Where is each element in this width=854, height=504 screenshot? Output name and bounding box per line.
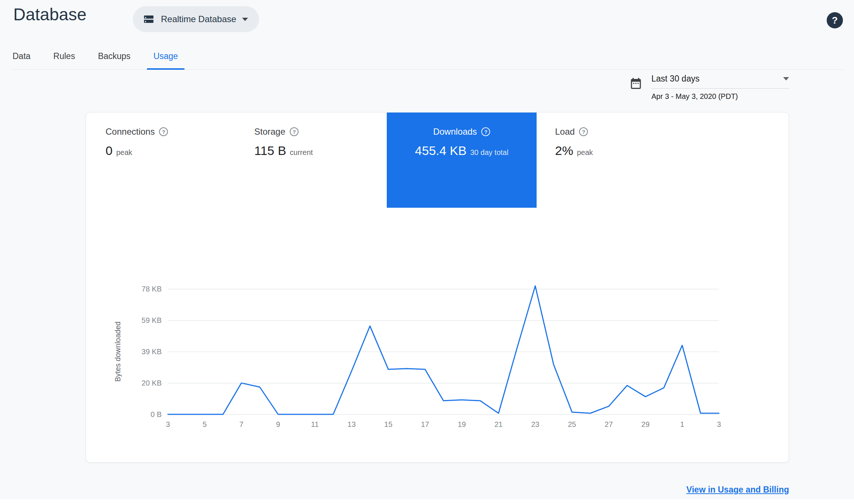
svg-text:15: 15: [384, 420, 392, 428]
svg-text:13: 13: [348, 420, 356, 428]
svg-text:7: 7: [240, 420, 244, 428]
svg-text:27: 27: [605, 420, 613, 428]
help-circle-icon[interactable]: ?: [481, 127, 490, 136]
tab-bar: Data Rules Backups Usage: [11, 46, 843, 70]
date-range-detail: Apr 3 - May 3, 2020 (PDT): [651, 92, 789, 101]
metric-downloads-selected[interactable]: Downloads ? 455.4 KB 30 day total: [387, 113, 537, 208]
help-glyph: ?: [484, 129, 488, 135]
tab-backups[interactable]: Backups: [89, 51, 139, 69]
view-usage-billing-link[interactable]: View in Usage and Billing: [686, 485, 789, 495]
tab-usage[interactable]: Usage: [145, 51, 187, 69]
svg-text:19: 19: [458, 420, 466, 428]
metric-downloads-header: Downloads ?: [387, 127, 537, 137]
tab-rules[interactable]: Rules: [45, 51, 84, 69]
chevron-down-icon: [783, 77, 789, 80]
metric-connections-value-row: 0 peak: [106, 144, 132, 158]
svg-text:3: 3: [717, 420, 721, 428]
svg-text:5: 5: [203, 420, 207, 428]
svg-text:21: 21: [495, 420, 503, 428]
help-glyph: ?: [292, 129, 296, 135]
metric-load-unit: peak: [577, 148, 593, 157]
date-range-label: Last 30 days: [651, 74, 699, 84]
svg-text:17: 17: [421, 420, 429, 428]
svg-text:20 KB: 20 KB: [142, 379, 162, 387]
metric-storage-header: Storage ?: [254, 127, 299, 137]
svg-text:39 KB: 39 KB: [142, 348, 162, 356]
svg-text:11: 11: [311, 420, 319, 428]
svg-text:1: 1: [680, 420, 684, 428]
database-selector-label: Realtime Database: [161, 14, 236, 24]
svg-text:9: 9: [276, 420, 280, 428]
metric-downloads-value: 455.4 KB: [415, 144, 466, 158]
page-title: Database: [13, 4, 87, 24]
svg-text:25: 25: [568, 420, 576, 428]
usage-line-chart: 0 B20 KB39 KB59 KB78 KB35791113151719212…: [86, 271, 789, 434]
firebase-database-usage-page: Database Realtime Database ? Data Rules …: [0, 0, 854, 504]
metric-storage-value-row: 115 B current: [254, 144, 313, 158]
page-bottom-edge: [0, 499, 854, 504]
metric-connections-value: 0: [106, 144, 113, 158]
help-circle-icon[interactable]: ?: [290, 127, 299, 136]
metric-downloads-label: Downloads: [433, 127, 477, 137]
calendar-icon: [629, 77, 643, 90]
metric-load-label: Load: [555, 127, 575, 137]
svg-text:23: 23: [531, 420, 539, 428]
help-glyph: ?: [582, 129, 585, 135]
metric-load-header: Load ?: [555, 127, 588, 137]
svg-text:0 B: 0 B: [151, 410, 162, 418]
date-range-dropdown-group: Last 30 days Apr 3 - May 3, 2020 (PDT): [651, 74, 789, 101]
help-circle-icon[interactable]: ?: [579, 127, 588, 136]
metric-connections-header: Connections ?: [106, 127, 168, 137]
metric-downloads-value-row: 455.4 KB 30 day total: [387, 144, 537, 158]
database-icon: [142, 13, 155, 25]
usage-card: Connections ? 0 peak Storage ? 115 B cur…: [86, 112, 789, 463]
metric-storage-unit: current: [290, 148, 313, 157]
help-icon: ?: [832, 15, 838, 26]
tab-data[interactable]: Data: [13, 51, 39, 69]
help-glyph: ?: [162, 129, 165, 135]
metric-downloads-unit: 30 day total: [470, 148, 508, 157]
metric-connections-unit: peak: [116, 148, 132, 157]
chevron-down-icon: [242, 18, 248, 21]
metric-load-value: 2%: [555, 144, 573, 158]
svg-text:3: 3: [166, 420, 170, 428]
svg-text:59 KB: 59 KB: [142, 316, 162, 324]
database-instance-selector[interactable]: Realtime Database: [133, 6, 259, 32]
svg-text:29: 29: [641, 420, 650, 428]
help-circle-icon[interactable]: ?: [159, 127, 168, 136]
date-range-selector: Last 30 days Apr 3 - May 3, 2020 (PDT): [629, 74, 789, 101]
metric-storage-value: 115 B: [254, 144, 286, 158]
help-button[interactable]: ?: [827, 12, 843, 28]
date-range-dropdown[interactable]: Last 30 days: [651, 74, 789, 89]
svg-text:78 KB: 78 KB: [142, 285, 162, 293]
metric-load-value-row: 2% peak: [555, 144, 593, 158]
metric-connections-label: Connections: [106, 127, 155, 137]
metric-storage-label: Storage: [254, 127, 285, 137]
